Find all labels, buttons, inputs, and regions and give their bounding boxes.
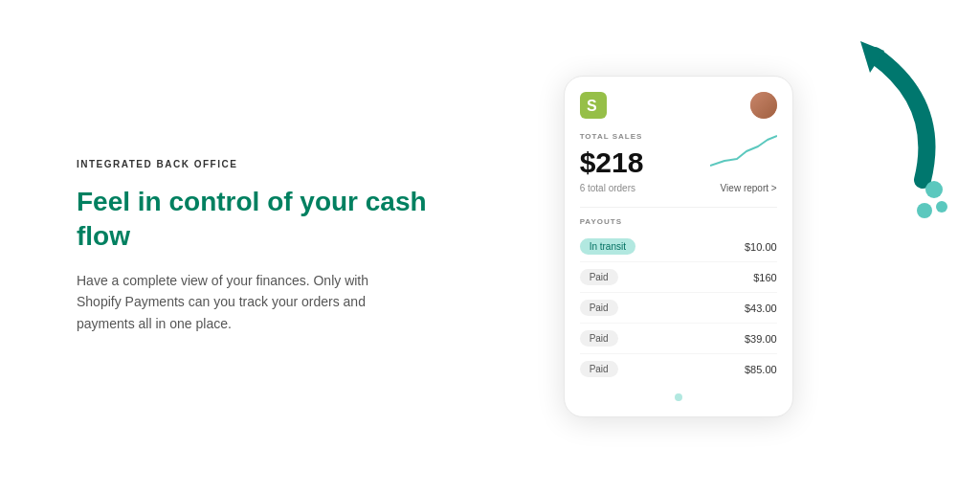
right-content: S Total Sales $218 6 total orders View r… <box>434 36 923 458</box>
badge-paid-2: Paid <box>580 300 618 316</box>
payout-row: Paid $85.00 <box>580 354 777 384</box>
payouts-section: Payouts In transit $10.00 Paid $160 Paid… <box>580 217 777 384</box>
payout-amount-2: $43.00 <box>745 303 777 314</box>
shopify-logo-icon: S <box>580 92 607 119</box>
phone-header: S <box>580 92 777 119</box>
payout-amount-4: $85.00 <box>745 364 777 375</box>
svg-point-1 <box>925 181 943 198</box>
payout-row: Paid $160 <box>580 262 777 293</box>
payout-row: Paid $39.00 <box>580 324 777 354</box>
svg-point-2 <box>917 203 932 218</box>
scroll-dot <box>675 393 682 401</box>
badge-in-transit: In transit <box>580 238 635 255</box>
mini-chart <box>710 132 777 174</box>
badge-paid-1: Paid <box>580 269 618 285</box>
payout-amount-1: $160 <box>753 272 776 283</box>
orders-count: 6 total orders <box>580 183 635 193</box>
avatar <box>750 92 777 119</box>
sales-footer: 6 total orders View report > <box>580 183 777 193</box>
badge-paid-4: Paid <box>580 361 618 377</box>
payouts-label: Payouts <box>580 217 777 226</box>
view-report-link[interactable]: View report > <box>721 183 777 193</box>
headline: Feel in control of your cash flow <box>77 185 434 255</box>
badge-paid-3: Paid <box>580 330 618 347</box>
svg-point-3 <box>936 201 947 213</box>
payout-amount-0: $10.00 <box>745 241 777 253</box>
svg-text:S: S <box>587 98 597 114</box>
payout-row: In transit $10.00 <box>580 232 777 262</box>
decoration-svg <box>779 27 951 218</box>
body-text: Have a complete view of your finances. O… <box>77 270 402 334</box>
total-sales-section: Total Sales $218 6 total orders View rep… <box>580 132 777 193</box>
left-content: Integrated Back Office Feel in control o… <box>77 159 434 334</box>
page-wrapper: Integrated Back Office Feel in control o… <box>0 0 980 493</box>
eyebrow-label: Integrated Back Office <box>77 159 434 169</box>
payout-row: Paid $43.00 <box>580 293 777 324</box>
divider <box>580 207 777 208</box>
avatar-image <box>750 92 777 119</box>
phone-mockup: S Total Sales $218 6 total orders View r… <box>564 76 793 417</box>
payout-amount-3: $39.00 <box>745 333 777 345</box>
